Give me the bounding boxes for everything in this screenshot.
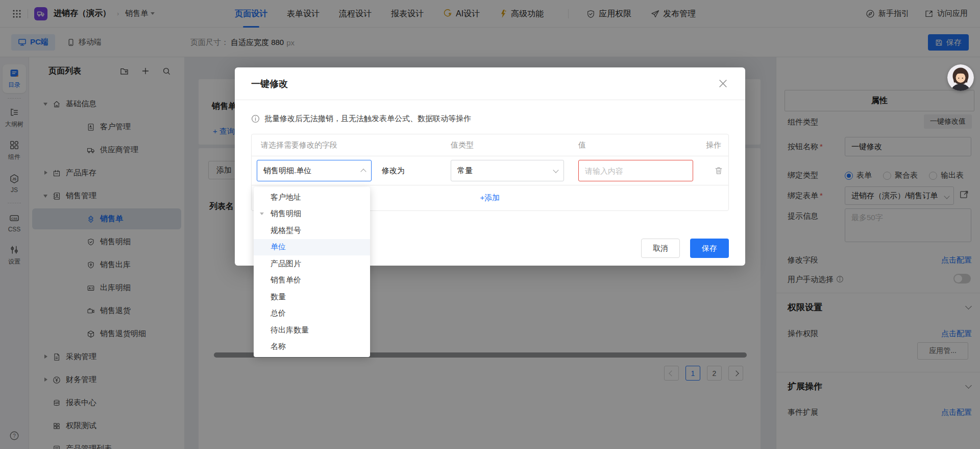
- field-select[interactable]: 销售明细.单位: [257, 160, 372, 181]
- add-row-link[interactable]: +添加: [480, 193, 500, 203]
- dropdown-option-sales-detail[interactable]: 销售明细: [254, 206, 370, 223]
- dropdown-option-quantity[interactable]: 数量: [254, 289, 370, 305]
- delete-row-icon[interactable]: [714, 166, 723, 175]
- dropdown-option-product-image[interactable]: 产品图片: [254, 255, 370, 272]
- value-type-select[interactable]: 常量: [451, 160, 564, 181]
- dropdown-option-unit[interactable]: 单位: [254, 239, 370, 256]
- modal-title: 一键修改: [251, 78, 288, 90]
- column-field: 请选择需要修改的字段: [252, 140, 451, 150]
- chevron-down-icon: [553, 167, 558, 173]
- field-dropdown: 客户地址 销售明细 规格型号 单位 产品图片 销售单价 数量 总价 待出库数量 …: [254, 187, 370, 357]
- modify-to-label: 修改为: [382, 166, 405, 176]
- user-avatar[interactable]: [947, 64, 974, 91]
- close-icon[interactable]: [717, 78, 729, 89]
- value-input[interactable]: [578, 160, 693, 181]
- chevron-up-icon: [360, 169, 366, 174]
- modal-notice: 批量修改后无法撤销，且无法触发表单公式、数据联动等操作: [251, 114, 729, 124]
- dropdown-option-total-price[interactable]: 总价: [254, 305, 370, 322]
- info-icon: [251, 114, 260, 123]
- caret-down-icon[interactable]: [260, 212, 264, 215]
- dropdown-option-name[interactable]: 名称: [254, 339, 370, 356]
- dropdown-option-spec-model[interactable]: 规格型号: [254, 222, 370, 239]
- modify-row: 销售明细.单位 修改为 常量: [252, 156, 728, 185]
- dropdown-option-pending-outbound-qty[interactable]: 待出库数量: [254, 322, 370, 339]
- column-value-type: 值类型: [451, 140, 578, 150]
- dropdown-option-customer-address[interactable]: 客户地址: [254, 189, 370, 206]
- column-value: 值: [578, 140, 701, 150]
- app-screen: 进销存（演示） › 销售单 页面设计 表单设计 流程设计 报表设计 AI设计 高…: [0, 0, 980, 449]
- cancel-button[interactable]: 取消: [641, 239, 680, 258]
- save-button[interactable]: 保存: [690, 239, 729, 258]
- dropdown-option-sales-price[interactable]: 销售单价: [254, 272, 370, 289]
- column-actions: 操作: [701, 140, 729, 150]
